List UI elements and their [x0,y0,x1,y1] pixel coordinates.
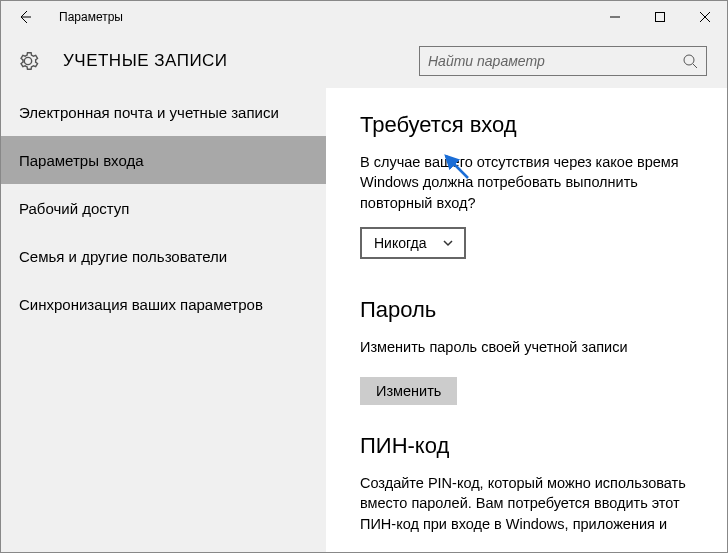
search-icon [682,53,698,69]
search-input[interactable] [428,53,682,69]
section-description: Создайте PIN-код, который можно использо… [360,473,709,534]
section-description: Изменить пароль своей учетной записи [360,337,709,357]
section-title: Пароль [360,297,709,323]
sidebar-item-family-users[interactable]: Семья и другие пользователи [1,232,326,280]
svg-line-7 [446,156,468,178]
close-button[interactable] [682,1,727,33]
maximize-button[interactable] [637,1,682,33]
window-controls [592,1,727,33]
section-signin-required: Требуется вход В случае вашего отсутстви… [360,112,709,269]
section-title: ПИН-код [360,433,709,459]
change-password-button[interactable]: Изменить [360,377,457,405]
content-pane: Требуется вход В случае вашего отсутстви… [326,88,727,552]
dropdown-value: Никогда [374,235,426,251]
close-icon [700,12,710,22]
sidebar-item-label: Рабочий доступ [19,200,129,217]
main-area: Электронная почта и учетные записи Парам… [1,88,727,552]
section-title: Требуется вход [360,112,709,138]
sidebar-item-email-accounts[interactable]: Электронная почта и учетные записи [1,88,326,136]
window-title: Параметры [59,10,123,24]
search-box[interactable] [419,46,707,76]
svg-line-6 [693,64,697,68]
minimize-icon [610,12,620,22]
titlebar: Параметры [1,1,727,33]
sidebar-item-signin-options[interactable]: Параметры входа [1,136,326,184]
back-button[interactable] [9,1,41,33]
minimize-button[interactable] [592,1,637,33]
section-pin: ПИН-код Создайте PIN-код, который можно … [360,433,709,534]
sidebar-item-sync-settings[interactable]: Синхронизация ваших параметров [1,280,326,328]
page-title: УЧЕТНЫЕ ЗАПИСИ [63,51,228,71]
arrow-left-icon [17,9,33,25]
maximize-icon [655,12,665,22]
sidebar-item-label: Параметры входа [19,152,144,169]
header: УЧЕТНЫЕ ЗАПИСИ [1,33,727,88]
section-description: В случае вашего отсутствия через какое в… [360,152,709,213]
sidebar-item-label: Синхронизация ваших параметров [19,296,263,313]
svg-point-5 [684,55,694,65]
gear-icon [17,50,39,72]
svg-rect-2 [655,13,664,22]
section-password: Пароль Изменить пароль своей учетной зап… [360,297,709,405]
cursor-pointer-icon [438,148,478,188]
sidebar-item-label: Электронная почта и учетные записи [19,104,279,121]
sidebar-item-work-access[interactable]: Рабочий доступ [1,184,326,232]
sidebar-item-label: Семья и другие пользователи [19,248,227,265]
sidebar: Электронная почта и учетные записи Парам… [1,88,326,552]
chevron-down-icon [442,237,454,249]
signin-timeout-dropdown[interactable]: Никогда [360,227,466,259]
